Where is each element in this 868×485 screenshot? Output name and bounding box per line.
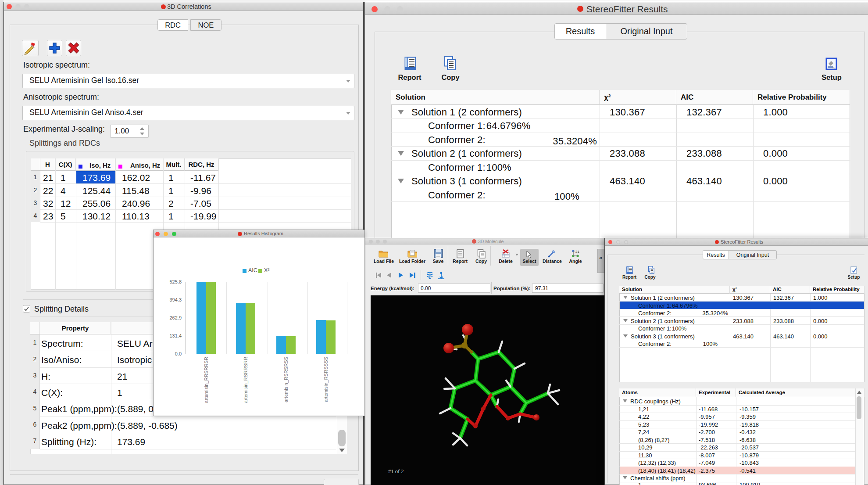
svg-text:#1 of 2: #1 of 2 <box>388 468 404 474</box>
svg-text:21: 21 <box>575 250 579 254</box>
